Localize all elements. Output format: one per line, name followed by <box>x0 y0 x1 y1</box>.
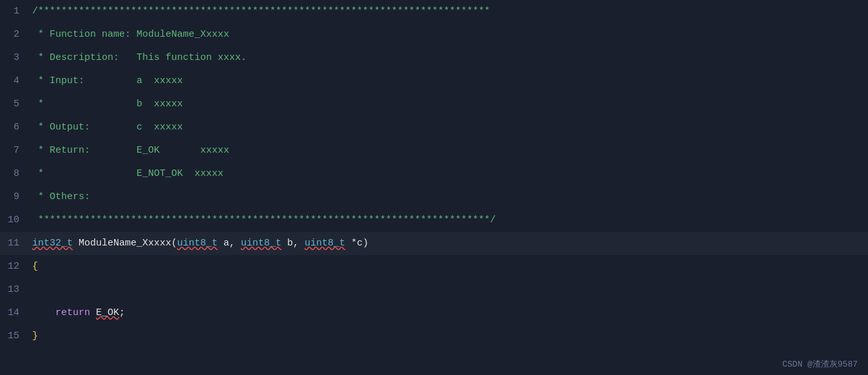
line-number-3: 3 <box>0 46 32 70</box>
code-line-8: 8 * E_NOT_OK xxxxx <box>0 162 868 186</box>
code-editor: 1 /*************************************… <box>0 0 868 375</box>
line-number-15: 15 <box>0 325 32 348</box>
line-number-4: 4 <box>0 70 32 93</box>
watermark: CSDN @渣渣灰9587 <box>782 358 858 370</box>
code-line-10: 10 *************************************… <box>0 209 868 232</box>
code-content: 1 /*************************************… <box>0 0 868 375</box>
line-content-13 <box>32 278 868 302</box>
line-number-13: 13 <box>0 278 32 302</box>
line-content-1: /***************************************… <box>32 0 868 23</box>
line-content-11: int32_t ModuleName_Xxxxx(uint8_t a, uint… <box>32 232 868 255</box>
code-line-7: 7 * Return: E_OK xxxxx <box>0 139 868 162</box>
line-content-12: { <box>32 255 868 278</box>
line-number-2: 2 <box>0 23 32 46</box>
line-number-6: 6 <box>0 116 32 139</box>
line-number-12: 12 <box>0 255 32 278</box>
line-content-10: ****************************************… <box>32 209 868 232</box>
line-number-1: 1 <box>0 0 32 23</box>
line-content-9: * Others: <box>32 186 868 209</box>
line-number-9: 9 <box>0 186 32 209</box>
line-content-8: * E_NOT_OK xxxxx <box>32 162 868 186</box>
line-content-3: * Description: This function xxxx. <box>32 46 868 70</box>
code-line-12: 12 { <box>0 255 868 278</box>
code-line-5: 5 * b xxxxx <box>0 93 868 116</box>
code-line-4: 4 * Input: a xxxxx <box>0 70 868 93</box>
line-number-7: 7 <box>0 139 32 162</box>
code-line-13: 13 <box>0 278 868 302</box>
line-number-14: 14 <box>0 302 32 325</box>
line-number-5: 5 <box>0 93 32 116</box>
line-number-10: 10 <box>0 209 32 232</box>
code-line-1: 1 /*************************************… <box>0 0 868 23</box>
code-line-3: 3 * Description: This function xxxx. <box>0 46 868 70</box>
line-content-15: } <box>32 325 868 348</box>
line-number-8: 8 <box>0 162 32 186</box>
line-content-5: * b xxxxx <box>32 93 868 116</box>
line-content-6: * Output: c xxxxx <box>32 116 868 139</box>
line-content-2: * Function name: ModuleName_Xxxxx <box>32 23 868 46</box>
code-line-6: 6 * Output: c xxxxx <box>0 116 868 139</box>
line-content-14: return E_OK; <box>32 302 868 325</box>
line-content-4: * Input: a xxxxx <box>32 70 868 93</box>
code-line-14: 14 return E_OK; <box>0 302 868 325</box>
code-line-2: 2 * Function name: ModuleName_Xxxxx <box>0 23 868 46</box>
line-content-7: * Return: E_OK xxxxx <box>32 139 868 162</box>
code-line-11: 11 int32_t ModuleName_Xxxxx(uint8_t a, u… <box>0 232 868 255</box>
line-number-11: 11 <box>0 232 32 255</box>
code-line-15: 15 } <box>0 325 868 348</box>
code-line-9: 9 * Others: <box>0 186 868 209</box>
